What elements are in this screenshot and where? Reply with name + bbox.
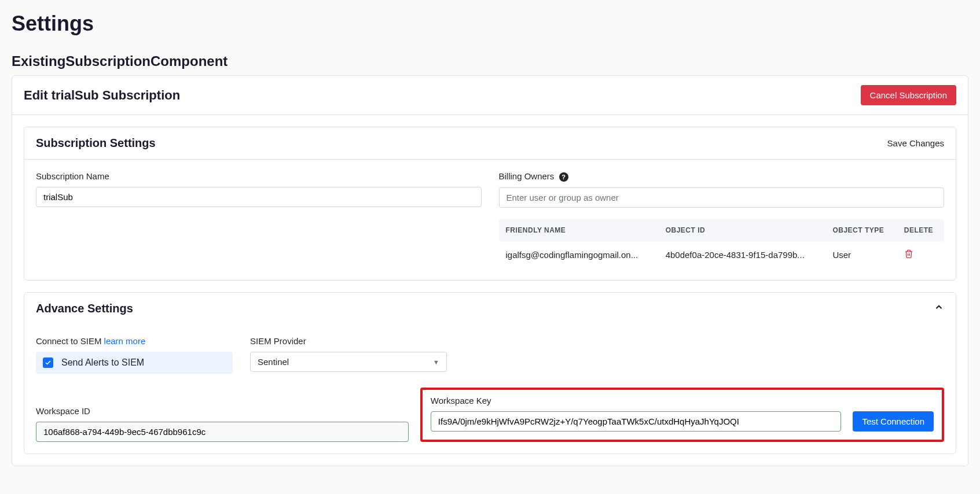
connect-siem-label: Connect to SIEM learn more [36, 336, 233, 346]
th-friendly-name: FRIENDLY NAME [499, 219, 659, 241]
workspace-id-input[interactable] [36, 422, 409, 442]
workspace-key-highlight: Workspace Key Test Connection [420, 388, 944, 442]
subscription-settings-title: Subscription Settings [36, 137, 156, 150]
th-delete: DELETE [897, 219, 944, 241]
billing-owners-input[interactable] [499, 187, 945, 208]
advance-settings-card: Advance Settings Connect to SIEM learn m… [24, 292, 956, 454]
main-card: Edit trialSub Subscription Cancel Subscr… [12, 75, 968, 466]
cell-friendly-name: igalfsg@codingflamingogmail.on... [499, 241, 659, 268]
subscription-name-label: Subscription Name [36, 171, 482, 181]
subscription-settings-body: Subscription Name Billing Owners ? [24, 160, 956, 280]
th-object-type: OBJECT TYPE [825, 219, 897, 241]
table-row: igalfsg@codingflamingogmail.on... 4b0def… [499, 241, 945, 268]
page-title: Settings [12, 12, 968, 36]
siem-provider-label: SIEM Provider [250, 336, 447, 346]
chevron-up-icon [934, 302, 944, 315]
cell-object-id: 4b0def0a-20ce-4831-9f15-da799b... [659, 241, 826, 268]
help-icon[interactable]: ? [559, 172, 568, 182]
siem-provider-select[interactable]: Sentinel ▼ [250, 352, 447, 372]
test-connection-button[interactable]: Test Connection [853, 411, 934, 432]
caret-down-icon: ▼ [433, 359, 439, 366]
th-object-id: OBJECT ID [659, 219, 826, 241]
send-alerts-checkbox-container[interactable]: Send Alerts to SIEM [36, 352, 233, 374]
advance-settings-header[interactable]: Advance Settings [24, 293, 956, 325]
component-title: ExistingSubscriptionComponent [12, 53, 968, 69]
save-changes-button[interactable]: Save Changes [887, 138, 944, 148]
owners-table: FRIENDLY NAME OBJECT ID OBJECT TYPE DELE… [499, 219, 945, 268]
subscription-name-input[interactable] [36, 187, 482, 207]
trash-icon[interactable] [904, 250, 913, 260]
billing-owners-label: Billing Owners ? [499, 171, 945, 182]
advance-settings-title: Advance Settings [36, 302, 133, 315]
workspace-id-label: Workspace ID [36, 406, 409, 416]
card-body: Subscription Settings Save Changes Subsc… [12, 115, 968, 466]
advance-settings-body: Connect to SIEM learn more Send Alerts t… [24, 325, 956, 454]
edit-subscription-title: Edit trialSub Subscription [24, 88, 180, 103]
cancel-subscription-button[interactable]: Cancel Subscription [861, 85, 956, 105]
subscription-settings-card: Subscription Settings Save Changes Subsc… [24, 127, 956, 281]
learn-more-link[interactable]: learn more [104, 336, 146, 346]
workspace-key-input[interactable] [431, 411, 842, 432]
siem-provider-value: Sentinel [258, 357, 289, 367]
cell-object-type: User [825, 241, 897, 268]
send-alerts-checkbox[interactable] [43, 357, 53, 368]
workspace-key-label: Workspace Key [431, 396, 842, 405]
subscription-settings-header: Subscription Settings Save Changes [24, 127, 956, 160]
card-header: Edit trialSub Subscription Cancel Subscr… [12, 76, 968, 115]
send-alerts-label: Send Alerts to SIEM [61, 357, 144, 368]
